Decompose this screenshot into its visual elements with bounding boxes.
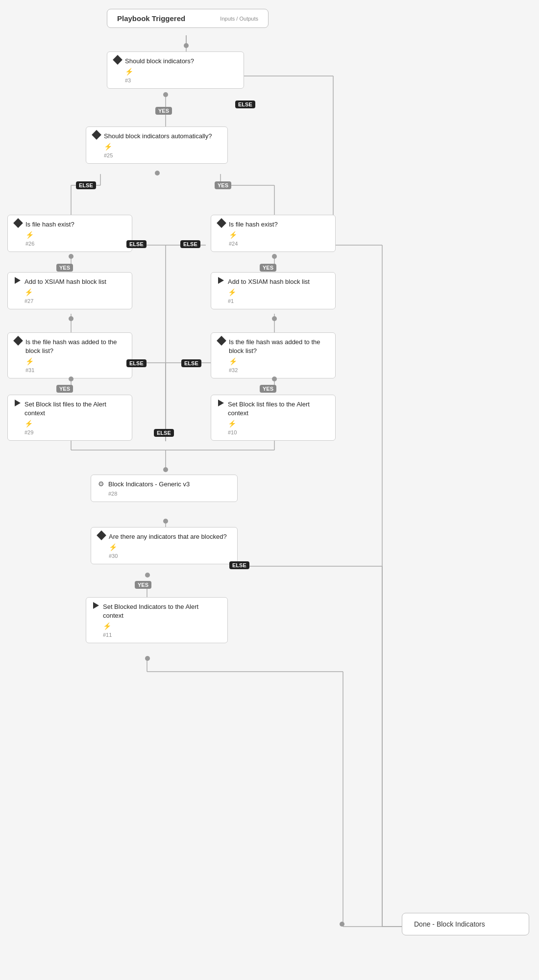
arrow-icon-11 bbox=[93, 602, 99, 609]
connector-dot-5 bbox=[272, 254, 277, 259]
arrow-icon-10 bbox=[218, 400, 224, 406]
node-27-id: #27 bbox=[24, 298, 125, 304]
diamond-icon-30 bbox=[97, 530, 106, 540]
node-25-title: Should block indicators automatically? bbox=[104, 132, 220, 141]
node-28-title: Block Indicators - Generic v3 bbox=[108, 480, 230, 489]
lightning-25: ⚡ bbox=[104, 143, 220, 151]
connector-dot-7 bbox=[272, 316, 277, 321]
node-31-id: #31 bbox=[25, 367, 125, 373]
connector-dot-6 bbox=[69, 316, 74, 321]
lightning-11: ⚡ bbox=[103, 622, 220, 630]
node-32-id: #32 bbox=[229, 367, 328, 373]
lightning-29: ⚡ bbox=[24, 420, 125, 427]
node-30[interactable]: Are there any indicators that are blocke… bbox=[91, 527, 238, 564]
node-29[interactable]: Set Block list files to the Alert contex… bbox=[7, 395, 132, 441]
node-26-title: Is file hash exist? bbox=[25, 220, 125, 229]
node-3-title: Should block indicators? bbox=[125, 57, 237, 66]
node-3[interactable]: Should block indicators? ⚡ #3 bbox=[107, 51, 244, 89]
diamond-icon-24 bbox=[217, 218, 226, 228]
else-badge-5: ELSE bbox=[126, 359, 147, 367]
yes-badge-7: YES bbox=[135, 581, 151, 589]
node-26-id: #26 bbox=[25, 241, 125, 247]
node-25-id: #25 bbox=[104, 152, 220, 158]
inputs-outputs-label: Inputs / Outputs bbox=[220, 16, 258, 22]
node-30-title: Are there any indicators that are blocke… bbox=[109, 532, 230, 541]
done-title: Done - Block Indicators bbox=[414, 920, 485, 928]
diamond-icon-26 bbox=[13, 218, 23, 228]
connector-dot-2 bbox=[163, 92, 168, 97]
diamond-icon-32 bbox=[217, 336, 226, 346]
node-10-id: #10 bbox=[228, 429, 328, 435]
node-1[interactable]: Add to XSIAM hash block list ⚡ #1 bbox=[211, 272, 336, 309]
tool-icon-28: ⚙ bbox=[98, 480, 104, 488]
connectors bbox=[0, 0, 539, 980]
lightning-32: ⚡ bbox=[229, 357, 328, 365]
node-10-title: Set Block list files to the Alert contex… bbox=[228, 400, 328, 418]
node-25[interactable]: Should block indicators automatically? ⚡… bbox=[86, 126, 228, 164]
else-badge-1: ELSE bbox=[235, 101, 255, 108]
yes-badge-6: YES bbox=[260, 385, 276, 393]
yes-badge-4: YES bbox=[260, 264, 276, 272]
else-badge-6: ELSE bbox=[181, 359, 201, 367]
node-27-title: Add to XSIAM hash block list bbox=[24, 277, 125, 286]
node-27[interactable]: Add to XSIAM hash block list ⚡ #27 bbox=[7, 272, 132, 309]
connector-dot-3 bbox=[155, 171, 160, 176]
node-31[interactable]: Is the file hash was added to the block … bbox=[7, 332, 132, 378]
node-3-id: #3 bbox=[125, 77, 237, 83]
node-24-title: Is file hash exist? bbox=[229, 220, 328, 229]
connector-dot-11 bbox=[163, 519, 168, 524]
node-24-id: #24 bbox=[229, 241, 328, 247]
else-badge-3: ELSE bbox=[126, 240, 147, 248]
done-node: Done - Block Indicators bbox=[402, 913, 529, 935]
connector-dot-14 bbox=[340, 922, 344, 927]
else-badge-8: ELSE bbox=[229, 561, 249, 569]
connector-dot-1 bbox=[184, 43, 189, 48]
node-10[interactable]: Set Block list files to the Alert contex… bbox=[211, 395, 336, 441]
node-29-id: #29 bbox=[24, 429, 125, 435]
node-11-id: #11 bbox=[103, 632, 220, 638]
else-badge-4: ELSE bbox=[180, 240, 200, 248]
else-badge-7: ELSE bbox=[154, 429, 174, 437]
connector-dot-8 bbox=[69, 377, 74, 381]
connector-dot-4 bbox=[69, 254, 74, 259]
arrow-icon-1 bbox=[218, 277, 224, 284]
yes-badge-1: YES bbox=[155, 107, 172, 115]
node-11[interactable]: Set Blocked Indicators to the Alert cont… bbox=[86, 597, 228, 643]
diamond-icon-31 bbox=[13, 336, 23, 346]
node-30-id: #30 bbox=[109, 553, 230, 559]
diamond-icon-3 bbox=[113, 55, 122, 65]
connector-dot-13 bbox=[145, 656, 150, 661]
node-31-title: Is the file hash was added to the block … bbox=[25, 338, 125, 355]
node-28-id: #28 bbox=[108, 491, 230, 497]
yes-badge-5: YES bbox=[56, 385, 73, 393]
start-title: Playbook Triggered bbox=[117, 14, 185, 23]
arrow-icon-27 bbox=[15, 277, 21, 284]
node-1-title: Add to XSIAM hash block list bbox=[228, 277, 328, 286]
node-32-title: Is the file hash was added to the block … bbox=[229, 338, 328, 355]
yes-badge-2: YES bbox=[215, 181, 231, 189]
node-26[interactable]: Is file hash exist? ⚡ #26 bbox=[7, 215, 132, 252]
lightning-24: ⚡ bbox=[229, 231, 328, 239]
diamond-icon-25 bbox=[92, 130, 101, 140]
node-32[interactable]: Is the file hash was added to the block … bbox=[211, 332, 336, 378]
node-28[interactable]: ⚙ Block Indicators - Generic v3 #28 bbox=[91, 475, 238, 502]
connector-dot-9 bbox=[272, 377, 277, 381]
playbook-canvas: Playbook Triggered Inputs / Outputs Shou… bbox=[0, 0, 539, 980]
node-1-id: #1 bbox=[228, 298, 328, 304]
connector-dot-10 bbox=[163, 467, 168, 472]
lightning-30: ⚡ bbox=[109, 543, 230, 551]
node-11-title: Set Blocked Indicators to the Alert cont… bbox=[103, 603, 220, 620]
arrow-icon-29 bbox=[15, 400, 21, 406]
lightning-3: ⚡ bbox=[125, 68, 237, 75]
lightning-1: ⚡ bbox=[228, 288, 328, 296]
lightning-31: ⚡ bbox=[25, 357, 125, 365]
node-24[interactable]: Is file hash exist? ⚡ #24 bbox=[211, 215, 336, 252]
connector-dot-12 bbox=[145, 573, 150, 578]
start-node: Playbook Triggered Inputs / Outputs bbox=[107, 9, 269, 28]
else-badge-2: ELSE bbox=[76, 181, 96, 189]
node-29-title: Set Block list files to the Alert contex… bbox=[24, 400, 125, 418]
lightning-10: ⚡ bbox=[228, 420, 328, 427]
yes-badge-3: YES bbox=[56, 264, 73, 272]
lightning-27: ⚡ bbox=[24, 288, 125, 296]
lightning-26: ⚡ bbox=[25, 231, 125, 239]
